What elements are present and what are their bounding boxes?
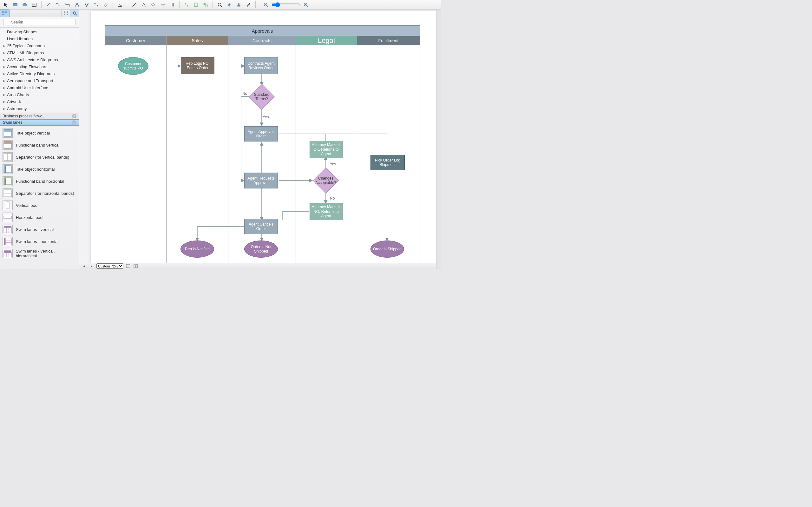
svg-rect-69 [4,251,11,252]
shape-order-shipped[interactable]: Order is Shipped [370,240,404,258]
svg-rect-46 [4,129,11,131]
connector-tool-5[interactable] [82,1,91,9]
library-tree[interactable]: Drawing Shapes User Libraries ▶25 Typica… [0,27,79,113]
search-icon [17,20,22,24]
connector-tool-6[interactable] [92,1,101,9]
shape-order-not-shipped[interactable]: Order is Not Shipped [244,240,278,258]
stencil-item[interactable]: Vertical pool [0,199,79,211]
stencil-item[interactable]: Functional band vertical [0,139,79,151]
line-tool-2[interactable] [139,1,148,9]
connector-straight-tool[interactable] [44,1,53,9]
zoom-slider[interactable] [271,2,300,7]
svg-rect-0 [13,3,17,6]
tree-item[interactable]: User Libraries [0,35,79,42]
edit-tool-2[interactable] [192,1,200,9]
select-tool[interactable] [1,1,10,9]
stencil-tab[interactable]: Swim lanes× [0,119,79,126]
stencil-item[interactable]: Swim lanes - vertical [0,223,79,235]
shape-agent-cancels[interactable]: Agent Cancels Order [244,219,278,234]
zoom-tool[interactable] [215,1,224,9]
connector-tool-3[interactable] [63,1,72,9]
line-tool-1[interactable] [130,1,139,9]
library-mode-button[interactable] [0,9,9,17]
close-icon[interactable]: × [72,114,76,118]
tree-item[interactable]: ▶AWS Architecture Diagrams [0,56,79,63]
svg-rect-48 [4,142,11,144]
shape-pick-order[interactable]: Pick Order Log Shipment [370,155,405,170]
tree-item[interactable]: ▶Active Directory Diagrams [0,70,79,77]
zoom-in-button[interactable] [301,1,310,9]
stamp-tool[interactable] [234,1,243,9]
svg-rect-55 [6,178,11,185]
edit-tool-1[interactable] [182,1,191,9]
close-icon[interactable]: × [72,120,76,125]
stencil-item[interactable]: Title object vertical [0,127,79,139]
connector-tool-7[interactable] [101,1,110,9]
connector-elbow-tool[interactable] [54,1,62,9]
shape-customer-po[interactable]: Customer submits PO [118,57,148,75]
tree-item[interactable]: ▶Aerospace and Transport [0,77,79,84]
edit-tool-3[interactable] [201,1,210,9]
edge-label-yes: Yes [263,115,269,119]
shape-agent-requests[interactable]: Agent Requests Approval [244,173,278,188]
tree-item[interactable]: ▶Astronomy [0,105,79,112]
svg-rect-58 [6,202,9,209]
svg-rect-38 [64,11,65,13]
insert-image-tool[interactable] [116,1,124,9]
svg-rect-61 [4,227,6,233]
shape-agent-reviews[interactable]: Contracts Agent Reviews Order [244,57,278,74]
ellipse-shape-tool[interactable] [20,1,29,9]
zoom-out-button[interactable] [261,1,270,9]
drawing-page[interactable]: Approvals Customer Sales Contr [86,9,436,263]
shape-rep-notified[interactable]: Rep is Notified [181,240,214,258]
search-view-toggle[interactable] [70,9,79,17]
stencil-item[interactable]: Separator (for horizontal bands) [0,187,79,199]
shape-agent-approves[interactable]: Agent Approves Order [244,126,278,142]
pool-title[interactable]: Approvals [105,25,420,36]
svg-rect-25 [238,5,240,6]
pan-tool[interactable] [225,1,234,9]
tree-item[interactable]: ▶Android User Interface [0,84,79,91]
tree-item[interactable]: Drawing Shapes [0,28,79,35]
connector-tool-4[interactable] [73,1,81,9]
shape-attorney-ok[interactable]: Attorney Marks it OK, Returns to Agent [310,141,342,158]
svg-line-45 [20,23,21,24]
zoom-select[interactable]: Custom 72% [97,263,123,269]
search-input[interactable] [3,19,76,25]
text-tool[interactable] [30,1,39,9]
rect-shape-tool[interactable] [11,1,20,9]
line-tool-4[interactable] [158,1,167,9]
svg-line-5 [47,3,50,6]
svg-rect-82 [126,265,130,268]
line-tool-3[interactable] [149,1,158,9]
shape-attorney-no[interactable]: Attorney Marks it NO, Returns to Agent [310,203,342,220]
stencil-list[interactable]: Title object vertical Functional band ve… [0,126,79,269]
tree-item[interactable]: ▶Artwork [0,98,79,105]
stencil-item[interactable]: Horizontal pool [0,211,79,223]
stencil-item[interactable]: Swim lanes - vertical, hierarchical [0,247,79,260]
svg-point-10 [119,3,120,4]
svg-line-34 [307,5,308,7]
stencil-tab[interactable]: Business process flowc...× [0,113,79,119]
stencil-item[interactable]: Separator (for vertical bands) [0,151,79,163]
page-view-single[interactable] [125,264,131,269]
canvas-scroll[interactable]: Approvals Customer Sales Contr [79,9,436,263]
svg-line-24 [221,5,222,7]
eyedropper-tool[interactable] [244,1,253,9]
sidebar: Drawing Shapes User Libraries ▶25 Typica… [0,9,79,269]
shape-rep-logs[interactable]: Rep Logs PO, Enters Order [181,57,214,74]
stencil-item[interactable]: Functional band horizontal [0,175,79,187]
grid-view-toggle[interactable] [61,9,70,17]
tree-item[interactable]: ▶Accounting Flowcharts [0,63,79,70]
vertical-scrollbar[interactable] [436,9,441,269]
stencil-item[interactable]: Title object horizontal [0,163,79,175]
svg-rect-59 [4,216,11,219]
page-prev-button[interactable]: ◂ [81,264,87,269]
tree-item[interactable]: ▶25 Typical Orgcharts [0,42,79,49]
page-view-multi[interactable] [133,264,139,269]
page-next-button[interactable]: ▸ [89,264,95,269]
tree-item[interactable]: ▶ATM UML Diagrams [0,49,79,56]
stencil-item[interactable]: Swim lanes - horizontal [0,235,79,247]
line-tool-5[interactable] [168,1,177,9]
tree-item[interactable]: ▶Area Charts [0,91,79,98]
